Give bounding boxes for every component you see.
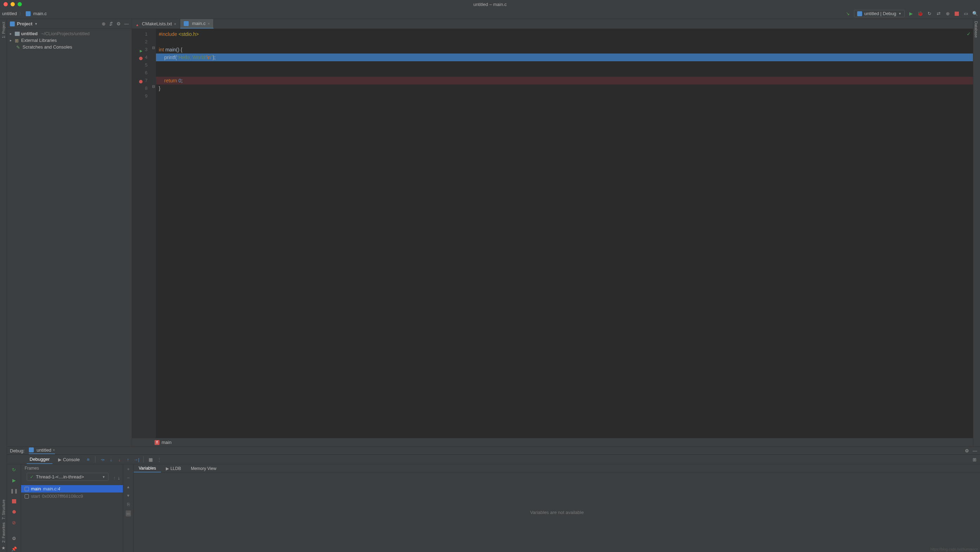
frame-item[interactable]: main main.c:4 — [21, 485, 123, 493]
gutter-line[interactable]: 9 — [132, 92, 151, 100]
mute-breakpoints-button[interactable]: ⊘ — [11, 519, 17, 526]
variables-tab-memory[interactable]: Memory View — [186, 465, 221, 472]
remove-watch-button[interactable]: − — [127, 475, 130, 480]
evaluate-button[interactable]: ▦ — [148, 457, 153, 462]
debug-toolbar: Debugger ▶ Console ≡ ⤼ ↓ ↓ ↑ →| ▦ ⋮ ⊞ — [7, 455, 980, 465]
hide-button[interactable]: — — [124, 21, 129, 26]
close-icon[interactable]: × — [174, 22, 176, 26]
expand-arrow-icon[interactable]: ▸ — [10, 38, 13, 42]
gutter-line[interactable]: 4 — [132, 54, 151, 61]
frame-item[interactable]: start 0x00007fff68108cc9 — [21, 493, 123, 500]
debug-settings-button[interactable]: ⚙ — [965, 448, 969, 453]
step-out-button[interactable]: ↑ — [125, 457, 130, 462]
variables-tab-variables[interactable]: Variables — [134, 465, 161, 472]
layout-settings-button[interactable]: ⊞ — [972, 457, 977, 462]
locate-button[interactable]: ⊕ — [102, 21, 106, 26]
gutter-line[interactable]: 2 — [132, 38, 151, 46]
breadcrumb-file[interactable]: main.c — [26, 11, 47, 16]
debug-session-label: untitled — [37, 447, 51, 453]
editor-tab-cmakelists[interactable]: CMakeLists.txt × — [132, 19, 180, 29]
gutter-line[interactable]: ▶3 — [132, 46, 151, 54]
stop-button[interactable] — [11, 498, 17, 504]
debugger-tab[interactable]: Debugger — [27, 455, 52, 464]
move-down-button[interactable]: ▾ — [127, 493, 130, 498]
run-to-cursor-button[interactable]: →| — [134, 457, 139, 462]
settings-button[interactable]: ⚙ — [11, 535, 17, 541]
project-panel-title[interactable]: Project ▼ — [10, 21, 38, 26]
frame-icon — [25, 487, 29, 491]
maximize-window-button[interactable] — [18, 2, 22, 6]
variables-tab-lldb[interactable]: ▶ LLDB — [161, 465, 186, 472]
search-button[interactable]: 🔍 — [972, 11, 978, 16]
run-button[interactable]: ▶ — [908, 11, 914, 16]
gutter-line[interactable]: 8 — [132, 84, 151, 92]
breadcrumb-project[interactable]: untitled — [2, 11, 17, 16]
run-config-selector[interactable]: untitled | Debug ▼ — [854, 10, 905, 17]
gutter-line[interactable]: 7 — [132, 77, 151, 84]
rerun-button[interactable]: ↻ — [11, 466, 17, 473]
tree-scratches[interactable]: Scratches and Consoles — [7, 44, 132, 50]
debug-control-toolbar: ↻ ▶ ❚❚ ⊘ ⚙ 📌 — [7, 465, 21, 552]
close-icon[interactable]: × — [53, 448, 55, 452]
fold-column[interactable]: ⊟ ⊟ — [151, 29, 156, 438]
run-config-label: untitled | Debug — [864, 11, 896, 16]
gutter[interactable]: 1 2 ▶3 4 5 6 7 8 9 — [132, 29, 151, 438]
frame-prev-button[interactable]: ↑ — [113, 475, 116, 480]
project-title-label: Project — [17, 21, 32, 26]
sidebar-favorites-tab[interactable]: 2: Favorites — [2, 521, 6, 544]
build-button[interactable]: ↘ — [845, 11, 850, 16]
debug-hide-button[interactable]: — — [973, 448, 977, 453]
fold-end-icon[interactable]: ⊟ — [151, 84, 156, 92]
pause-button[interactable]: ❚❚ — [11, 488, 17, 494]
profile-button[interactable]: ⇄ — [935, 11, 941, 16]
infinity-button[interactable]: ∞ — [126, 511, 131, 517]
step-over-button[interactable]: ⤼ — [100, 457, 105, 462]
fold-start-icon[interactable]: ⊟ — [151, 46, 156, 54]
breadcrumb: untitled 〉 main.c — [2, 11, 47, 17]
move-up-button[interactable]: ▴ — [127, 484, 130, 489]
console-tab[interactable]: ▶ Console — [55, 455, 83, 464]
close-window-button[interactable] — [3, 2, 8, 6]
collapse-button[interactable]: ⇵ — [109, 21, 113, 26]
sidebar-database-tab[interactable]: Database — [973, 19, 979, 40]
gutter-line[interactable]: 6 — [132, 69, 151, 77]
pin-button[interactable]: 📌 — [11, 546, 17, 552]
gutter-line[interactable]: 5 — [132, 61, 151, 69]
code-area[interactable]: #include <stdio.h> int main() { printf("… — [156, 29, 973, 438]
sidebar-structure-tab[interactable]: 7: Structure — [2, 498, 6, 521]
breadcrumb-separator: 〉 — [19, 11, 24, 17]
layout-button[interactable]: ▭ — [963, 11, 969, 16]
editor-tab-main-c[interactable]: main.c × — [180, 19, 214, 29]
add-watch-button[interactable]: + — [127, 466, 130, 472]
tree-ext-libs[interactable]: ▸ External Libraries — [7, 37, 132, 44]
stop-button[interactable] — [954, 11, 959, 16]
coverage-button[interactable]: ↻ — [926, 11, 932, 16]
tree-scratches-label: Scratches and Consoles — [22, 45, 72, 49]
frame-next-button[interactable]: ↓ — [118, 475, 120, 480]
attach-button[interactable]: ⊕ — [945, 11, 950, 16]
editor-tab-label: main.c — [192, 21, 205, 26]
tree-root[interactable]: ▸ untitled ~/CLionProjects/untitled — [7, 30, 132, 37]
editor-body[interactable]: 1 2 ▶3 4 5 6 7 8 9 ⊟ ⊟ — [132, 29, 973, 438]
force-step-into-button[interactable]: ↓ — [116, 457, 122, 462]
close-icon[interactable]: × — [208, 21, 210, 26]
debug-button[interactable]: 🐞 — [917, 11, 923, 16]
expand-arrow-icon[interactable]: ▸ — [10, 32, 13, 35]
thread-selector[interactable]: ✓ Thread-1-<…in-thread> ▼ — [27, 473, 108, 481]
view-breakpoints-button[interactable] — [11, 509, 17, 515]
project-tree: ▸ untitled ~/CLionProjects/untitled ▸ Ex… — [7, 29, 132, 52]
more-button[interactable]: ⋮ — [156, 457, 162, 462]
threads-button[interactable]: ≡ — [85, 457, 91, 462]
sidebar-project-tab[interactable]: 1: Project — [2, 21, 6, 40]
copy-button[interactable]: ⎘ — [127, 502, 130, 507]
project-panel: Project ▼ ⊕ ⇵ ⚙ — ▸ untitled — [7, 19, 132, 446]
minimize-window-button[interactable] — [11, 2, 15, 6]
inspection-ok-icon[interactable]: ✓ — [967, 31, 971, 37]
frame-list: main main.c:4 start 0x00007fff68108cc9 — [21, 485, 123, 552]
breadcrumb-function[interactable]: main — [162, 440, 172, 445]
resume-button[interactable]: ▶ — [11, 477, 17, 484]
gutter-line[interactable]: 1 — [132, 30, 151, 38]
debug-session-tab[interactable]: untitled × — [29, 447, 55, 454]
settings-button[interactable]: ⚙ — [116, 21, 121, 26]
step-into-button[interactable]: ↓ — [108, 457, 114, 462]
